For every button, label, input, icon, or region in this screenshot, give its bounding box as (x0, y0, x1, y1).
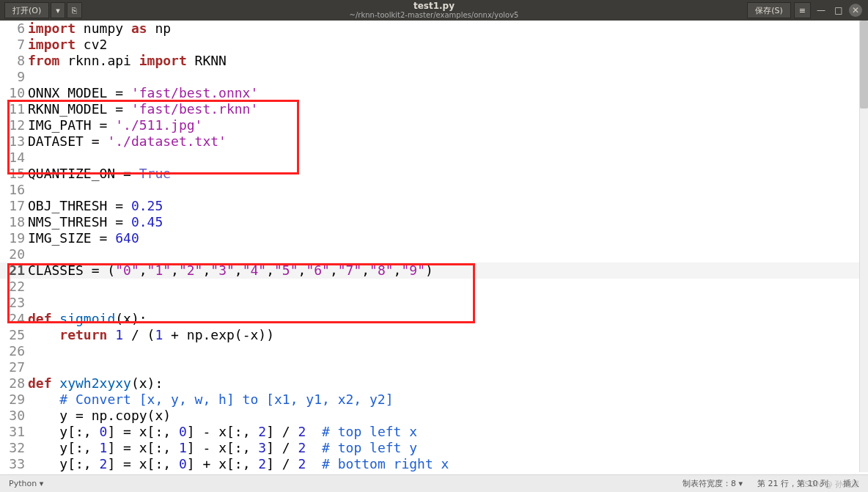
code-line[interactable]: 30 y = np.copy(x) (0, 408, 868, 424)
line-number: 20 (0, 246, 26, 262)
line-number: 21 (0, 262, 26, 279)
code-content[interactable] (26, 69, 28, 85)
code-content[interactable]: IMG_SIZE = 640 (26, 230, 139, 246)
code-line[interactable]: 9 (0, 69, 868, 85)
code-line[interactable]: 33 y[:, 2] = x[:, 0] + x[:, 2] / 2 # bot… (0, 456, 868, 472)
code-content[interactable]: ONNX_MODEL = 'fast/best.onnx' (26, 85, 258, 101)
code-content[interactable]: import numpy as np (26, 21, 171, 37)
code-line[interactable]: 14 (0, 150, 868, 166)
code-line[interactable]: 24def sigmoid(x): (0, 311, 868, 327)
line-number: 10 (0, 85, 26, 101)
vertical-scrollbar[interactable] (859, 21, 868, 472)
line-number: 22 (0, 279, 26, 295)
code-content[interactable]: OBJ_THRESH = 0.25 (26, 198, 163, 214)
code-content[interactable]: import cv2 (26, 37, 107, 53)
line-number: 8 (0, 53, 26, 69)
hamburger-menu-button[interactable]: ≡ (794, 2, 811, 18)
code-line[interactable]: 12IMG_PATH = './511.jpg' (0, 117, 868, 133)
scrollbar-thumb[interactable] (860, 21, 868, 109)
code-content[interactable]: y[:, 1] = x[:, 1] - x[:, 3] / 2 # top le… (26, 440, 417, 456)
code-line[interactable]: 23 (0, 295, 868, 311)
open-button[interactable]: 打开(O) (4, 2, 49, 18)
close-icon[interactable]: ✕ (849, 4, 862, 17)
code-line[interactable]: 31 y[:, 0] = x[:, 0] - x[:, 2] / 2 # top… (0, 424, 868, 440)
line-number: 23 (0, 295, 26, 311)
line-number: 18 (0, 214, 26, 230)
line-number: 7 (0, 37, 26, 53)
code-line[interactable]: 32 y[:, 1] = x[:, 1] - x[:, 3] / 2 # top… (0, 440, 868, 456)
line-number: 31 (0, 424, 26, 440)
line-number: 14 (0, 150, 26, 166)
code-content[interactable]: DATASET = './dataset.txt' (26, 133, 227, 150)
line-number: 15 (0, 166, 26, 182)
code-content[interactable]: # Convert [x, y, w, h] to [x1, y1, x2, y… (26, 392, 394, 408)
save-button[interactable]: 保存(S) (747, 2, 791, 18)
code-line[interactable]: 11RKNN_MODEL = 'fast/best.rknn' (0, 101, 868, 117)
code-line[interactable]: 7import cv2 (0, 37, 868, 53)
line-number: 24 (0, 311, 26, 327)
code-content[interactable]: y[:, 0] = x[:, 0] - x[:, 2] / 2 # top le… (26, 424, 417, 440)
code-content[interactable]: from rknn.api import RKNN (26, 53, 227, 69)
line-number: 9 (0, 69, 26, 85)
tab-width-selector[interactable]: 制表符宽度：8 ▾ (683, 478, 743, 489)
code-content[interactable]: y = np.copy(x) (26, 408, 171, 424)
code-content[interactable] (26, 359, 28, 375)
statusbar: Python ▾ 制表符宽度：8 ▾ 第 21 行，第 10 列 插入 (0, 474, 868, 492)
code-content[interactable] (26, 182, 28, 198)
line-number: 6 (0, 21, 26, 37)
code-line[interactable]: 27 (0, 359, 868, 375)
code-line[interactable]: 15QUANTIZE_ON = True (0, 166, 868, 182)
code-content[interactable]: CLASSES = ("0","1","2","3","4","5","6","… (26, 262, 433, 279)
language-selector[interactable]: Python ▾ (9, 479, 43, 488)
code-line[interactable]: 20 (0, 246, 868, 262)
minimize-icon[interactable]: — (814, 3, 828, 18)
line-number: 26 (0, 343, 26, 359)
line-number: 28 (0, 375, 26, 392)
code-content[interactable] (26, 150, 28, 166)
line-number: 12 (0, 117, 26, 133)
line-number: 11 (0, 101, 26, 117)
code-content[interactable]: NMS_THRESH = 0.45 (26, 214, 163, 230)
code-content[interactable]: QUANTIZE_ON = True (26, 166, 171, 182)
code-editor[interactable]: 6import numpy as np7import cv28from rknn… (0, 21, 868, 472)
code-line[interactable]: 13DATASET = './dataset.txt' (0, 133, 868, 150)
code-content[interactable] (26, 246, 28, 262)
line-number: 16 (0, 182, 26, 198)
code-content[interactable] (26, 295, 28, 311)
code-content[interactable] (26, 279, 28, 295)
code-content[interactable]: return 1 / (1 + np.exp(-x)) (26, 327, 274, 343)
maximize-icon[interactable]: □ (831, 3, 846, 18)
code-line[interactable]: 29 # Convert [x, y, w, h] to [x1, y1, x2… (0, 392, 868, 408)
code-content[interactable]: def xywh2xyxy(x): (26, 375, 163, 392)
open-dropdown-button[interactable]: ▾ (51, 2, 65, 18)
code-line[interactable]: 10ONNX_MODEL = 'fast/best.onnx' (0, 85, 868, 101)
code-line[interactable]: 16 (0, 182, 868, 198)
code-line[interactable]: 6import numpy as np (0, 21, 868, 37)
line-number: 29 (0, 392, 26, 408)
line-number: 27 (0, 359, 26, 375)
line-number: 32 (0, 440, 26, 456)
code-line[interactable]: 22 (0, 279, 868, 295)
code-content[interactable]: RKNN_MODEL = 'fast/best.rknn' (26, 101, 258, 117)
code-line[interactable]: 21CLASSES = ("0","1","2","3","4","5","6"… (0, 262, 868, 279)
watermark: CSDN @ 孙麾深 (799, 479, 859, 490)
line-number: 30 (0, 408, 26, 424)
window-subtitle: ~/rknn-toolkit2-master/examples/onnx/yol… (350, 11, 519, 20)
code-content[interactable]: y[:, 2] = x[:, 0] + x[:, 2] / 2 # bottom… (26, 456, 449, 472)
code-content[interactable] (26, 343, 28, 359)
code-line[interactable]: 19IMG_SIZE = 640 (0, 230, 868, 246)
code-line[interactable]: 18NMS_THRESH = 0.45 (0, 214, 868, 230)
new-tab-button[interactable]: ⎘ (67, 2, 82, 18)
code-line[interactable]: 26 (0, 343, 868, 359)
code-content[interactable]: def sigmoid(x): (26, 311, 147, 327)
window-title: test1.py (350, 1, 519, 11)
code-line[interactable]: 28def xywh2xyxy(x): (0, 375, 868, 392)
line-number: 19 (0, 230, 26, 246)
line-number: 33 (0, 456, 26, 472)
code-content[interactable]: IMG_PATH = './511.jpg' (26, 117, 202, 133)
code-line[interactable]: 8from rknn.api import RKNN (0, 53, 868, 69)
titlebar: 打开(O) ▾ ⎘ test1.py ~/rknn-toolkit2-maste… (0, 0, 868, 21)
code-line[interactable]: 17OBJ_THRESH = 0.25 (0, 198, 868, 214)
code-line[interactable]: 25 return 1 / (1 + np.exp(-x)) (0, 327, 868, 343)
line-number: 25 (0, 327, 26, 343)
